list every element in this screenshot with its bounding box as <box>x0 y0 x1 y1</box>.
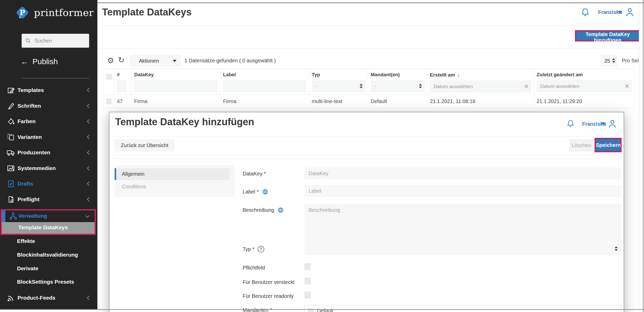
label-filter-input[interactable] <box>227 83 303 89</box>
sidebar-item-drafts[interactable]: Drafts <box>0 176 97 191</box>
nav-tab-allgemein[interactable]: Allgemein <box>115 168 230 180</box>
label-input[interactable] <box>304 185 621 197</box>
sidebar-subitem-blockinhaltsvalidierung[interactable]: Blockinhaltsvalidierung <box>0 249 97 261</box>
copy-pages-icon <box>6 132 15 142</box>
erstellt-date-input[interactable] <box>434 84 528 89</box>
sidebar-item-farben[interactable]: Farben <box>0 114 97 129</box>
clear-date-icon[interactable]: × <box>625 82 629 90</box>
notifications-bell-icon[interactable] <box>580 7 590 18</box>
back-to-overview-button[interactable]: Zurück zur Übersicht <box>115 139 175 151</box>
select-arrows-icon <box>612 58 615 63</box>
geaendert-date-filter: × <box>537 80 632 92</box>
globe-translate-icon[interactable] <box>262 188 269 195</box>
datakeys-table: # DataKey Label Typ - <box>103 69 634 108</box>
column-erstellt-am[interactable]: Erstellt am↓ × <box>427 69 534 95</box>
user-caret-down-icon[interactable] <box>601 122 606 125</box>
paint-bucket-icon <box>6 117 15 126</box>
chevron-left-icon <box>87 197 91 202</box>
sidebar-item-verwaltung[interactable]: Verwaltung <box>2 210 95 222</box>
modal-side-nav: Allgemein Conditions <box>115 165 235 197</box>
readonly-checkbox[interactable] <box>304 292 311 298</box>
mandant-filter-select[interactable]: - <box>371 80 425 92</box>
id-filter-input[interactable] <box>117 80 127 92</box>
sidebar-subitem-derivate[interactable]: Derivate <box>0 263 97 275</box>
save-button[interactable]: Speichern <box>596 139 620 151</box>
pflichtfeld-checkbox[interactable] <box>304 263 311 270</box>
chevron-left-icon <box>87 88 91 92</box>
versteckt-checkbox[interactable] <box>304 278 311 284</box>
sidebar: P printformer ← Publish Templat <box>0 0 97 309</box>
sidebar-subitem-template-datakeys[interactable]: Template DataKeys <box>2 222 95 234</box>
page-size-select[interactable]: 25 <box>601 55 617 67</box>
row-checkbox[interactable] <box>106 98 112 104</box>
notifications-bell-icon[interactable] <box>566 119 575 128</box>
refresh-icon[interactable]: ↻ <box>118 56 124 64</box>
typ-filter-select[interactable]: - <box>312 80 365 92</box>
modal-title: Template DataKey hinzufügen <box>115 116 254 128</box>
sidebar-subitem-blocksettings-presets[interactable]: BlockSettings Presets <box>0 276 97 288</box>
sidebar-item-preflight[interactable]: Preflight <box>0 192 97 207</box>
table-row[interactable]: 47 Firma Firma multi-line-text Default 2… <box>104 95 634 108</box>
save-button-highlight-frame: Speichern <box>595 138 622 152</box>
chevron-left-icon <box>87 135 91 139</box>
page-scrollbar-track[interactable] <box>639 3 643 309</box>
window-bottom-edge <box>0 309 644 310</box>
document-check-icon <box>6 195 15 204</box>
user-caret-down-icon[interactable] <box>618 11 622 13</box>
sidebar-subitem-effekte[interactable]: Effekte <box>0 235 97 248</box>
settings-gear-icon[interactable]: ⚙ <box>107 57 114 64</box>
column-label[interactable]: Label <box>221 69 309 95</box>
pdf-draft-icon <box>6 179 15 188</box>
active-indicator-bar <box>2 210 5 222</box>
logo[interactable]: P printformer <box>14 5 94 21</box>
truck-icon <box>6 148 15 157</box>
search-input[interactable] <box>35 38 81 44</box>
datakey-filter-input[interactable] <box>138 83 214 89</box>
pen-icon <box>6 101 15 111</box>
select-all-checkbox[interactable] <box>106 74 112 80</box>
select-all-cell <box>104 69 114 95</box>
add-datakey-modal: Template DataKey hinzufügen Franziska Zu… <box>109 112 624 312</box>
column-typ[interactable]: Typ - <box>309 69 368 95</box>
user-avatar-icon[interactable] <box>607 119 617 129</box>
window-right-edge <box>643 0 643 312</box>
mandant-checkbox[interactable] <box>308 308 313 312</box>
sidebar-item-varianten[interactable]: Varianten <box>0 130 97 144</box>
chevron-left-icon <box>87 166 91 171</box>
column-id[interactable]: # <box>114 69 132 95</box>
readonly-label: Für Benutzer readonly <box>243 293 294 299</box>
chevron-left-icon <box>87 104 91 108</box>
sidebar-item-product-feeds[interactable]: Product-Feeds <box>0 291 97 305</box>
datakey-label: DataKey * <box>243 171 266 177</box>
row-erstellt-am: 21.1.2021, 11:08:18 <box>427 95 534 108</box>
column-datakey[interactable]: DataKey <box>132 69 221 95</box>
add-template-datakey-button[interactable]: Template DataKey hinzufügen <box>576 31 639 40</box>
nav-tab-conditions[interactable]: Conditions <box>115 182 230 192</box>
delete-button[interactable]: Löschen <box>570 139 593 151</box>
help-question-icon[interactable]: ? <box>258 246 264 252</box>
sidebar-item-schriften[interactable]: Schriften <box>0 99 97 113</box>
user-avatar-icon[interactable] <box>624 7 635 18</box>
globe-translate-icon[interactable] <box>277 207 284 214</box>
mandant-option-default[interactable]: Default <box>308 308 333 312</box>
template-edit-icon <box>6 86 15 95</box>
back-to-publish[interactable]: ← Publish <box>21 57 58 66</box>
app-window: P printformer ← Publish Templat <box>0 0 644 312</box>
logo-wordmark: printformer <box>34 7 94 18</box>
chevron-left-icon <box>87 150 91 155</box>
datakey-input[interactable] <box>304 167 621 179</box>
band-divider <box>97 48 638 49</box>
modal-divider <box>112 158 621 159</box>
sidebar-item-systemmedien[interactable]: Systemmedien <box>0 161 97 175</box>
column-mandanten[interactable]: Mandant(en) - <box>368 69 427 95</box>
clear-date-icon[interactable]: × <box>524 82 529 91</box>
sidebar-item-templates[interactable]: Templates <box>0 83 97 97</box>
sidebar-divider <box>22 78 89 78</box>
geaendert-date-input[interactable] <box>540 83 628 89</box>
typ-select[interactable] <box>304 243 621 255</box>
row-geaendert-am: 21.1.2021, 11:29:20 <box>534 95 635 108</box>
column-geaendert-am[interactable]: Zuletzt geändert am × <box>534 69 635 95</box>
label-filter <box>223 80 306 92</box>
sidebar-item-produzenten[interactable]: Produzenten <box>0 145 97 160</box>
actions-dropdown[interactable]: Aktionen <box>130 55 181 67</box>
